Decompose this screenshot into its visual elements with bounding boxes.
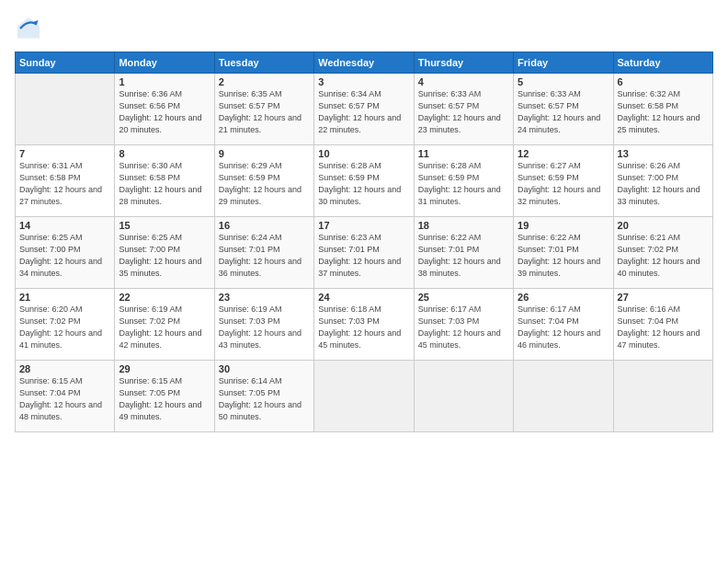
sunset-text: Sunset: 7:00 PM — [119, 244, 210, 256]
calendar-cell: 10Sunrise: 6:28 AMSunset: 6:59 PMDayligh… — [314, 145, 414, 217]
calendar-cell: 3Sunrise: 6:34 AMSunset: 6:57 PMDaylight… — [314, 74, 414, 145]
calendar-cell: 22Sunrise: 6:19 AMSunset: 7:02 PMDayligh… — [115, 289, 214, 361]
calendar-cell: 26Sunrise: 6:17 AMSunset: 7:04 PMDayligh… — [514, 289, 613, 361]
calendar-week-row: 14Sunrise: 6:25 AMSunset: 7:00 PMDayligh… — [16, 217, 713, 289]
calendar-cell: 14Sunrise: 6:25 AMSunset: 7:00 PMDayligh… — [16, 217, 115, 289]
day-number: 12 — [518, 148, 609, 159]
day-number: 26 — [518, 292, 609, 303]
daylight-text: Daylight: 12 hours and 43 minutes. — [219, 327, 310, 351]
day-number: 2 — [219, 76, 310, 87]
day-number: 27 — [618, 292, 709, 303]
sunrise-text: Sunrise: 6:17 AM — [418, 304, 509, 316]
day-number: 15 — [119, 220, 210, 231]
daylight-text: Daylight: 12 hours and 39 minutes. — [518, 256, 609, 280]
daylight-text: Daylight: 12 hours and 37 minutes. — [318, 256, 409, 280]
day-info: Sunrise: 6:28 AMSunset: 6:59 PMDaylight:… — [418, 160, 509, 208]
day-number: 14 — [19, 220, 110, 231]
sunrise-text: Sunrise: 6:28 AM — [418, 160, 509, 172]
day-info: Sunrise: 6:20 AMSunset: 7:02 PMDaylight:… — [19, 304, 110, 351]
sunrise-text: Sunrise: 6:20 AM — [19, 304, 110, 316]
day-number: 11 — [418, 148, 509, 159]
sunrise-text: Sunrise: 6:30 AM — [119, 160, 210, 172]
weekday-header: Tuesday — [214, 52, 313, 74]
day-info: Sunrise: 6:30 AMSunset: 6:58 PMDaylight:… — [119, 160, 210, 208]
daylight-text: Daylight: 12 hours and 48 minutes. — [19, 399, 110, 423]
weekday-header: Friday — [514, 52, 613, 74]
day-info: Sunrise: 6:35 AMSunset: 6:57 PMDaylight:… — [219, 88, 310, 136]
day-info: Sunrise: 6:15 AMSunset: 7:05 PMDaylight:… — [119, 375, 210, 423]
day-number: 6 — [618, 76, 709, 87]
daylight-text: Daylight: 12 hours and 46 minutes. — [518, 327, 609, 351]
day-number: 17 — [318, 220, 409, 231]
daylight-text: Daylight: 12 hours and 29 minutes. — [219, 184, 310, 208]
daylight-text: Daylight: 12 hours and 38 minutes. — [418, 256, 509, 280]
weekday-header: Wednesday — [314, 52, 414, 74]
sunset-text: Sunset: 6:58 PM — [19, 172, 110, 184]
sunrise-text: Sunrise: 6:34 AM — [318, 88, 409, 100]
day-number: 5 — [518, 76, 609, 87]
day-number: 23 — [219, 292, 310, 303]
calendar-cell: 16Sunrise: 6:24 AMSunset: 7:01 PMDayligh… — [214, 217, 313, 289]
calendar-cell: 12Sunrise: 6:27 AMSunset: 6:59 PMDayligh… — [514, 145, 613, 217]
calendar-week-row: 28Sunrise: 6:15 AMSunset: 7:04 PMDayligh… — [16, 361, 713, 432]
sunset-text: Sunset: 7:03 PM — [418, 316, 509, 327]
calendar-header: SundayMondayTuesdayWednesdayThursdayFrid… — [16, 52, 713, 74]
day-info: Sunrise: 6:15 AMSunset: 7:04 PMDaylight:… — [19, 375, 110, 423]
sunset-text: Sunset: 7:01 PM — [518, 244, 609, 256]
sunrise-text: Sunrise: 6:22 AM — [418, 232, 509, 244]
day-info: Sunrise: 6:36 AMSunset: 6:56 PMDaylight:… — [119, 88, 210, 136]
calendar-cell: 29Sunrise: 6:15 AMSunset: 7:05 PMDayligh… — [115, 361, 214, 432]
sunrise-text: Sunrise: 6:33 AM — [518, 88, 609, 100]
sunset-text: Sunset: 7:03 PM — [219, 316, 310, 327]
day-number: 28 — [19, 363, 110, 374]
sunset-text: Sunset: 7:01 PM — [318, 244, 409, 256]
calendar-cell: 5Sunrise: 6:33 AMSunset: 6:57 PMDaylight… — [514, 74, 613, 145]
day-number: 22 — [119, 292, 210, 303]
day-info: Sunrise: 6:17 AMSunset: 7:03 PMDaylight:… — [418, 304, 509, 351]
calendar-cell — [613, 361, 712, 432]
sunset-text: Sunset: 6:57 PM — [318, 100, 409, 112]
day-info: Sunrise: 6:33 AMSunset: 6:57 PMDaylight:… — [418, 88, 509, 136]
sunrise-text: Sunrise: 6:35 AM — [219, 88, 310, 100]
daylight-text: Daylight: 12 hours and 41 minutes. — [19, 327, 110, 351]
sunset-text: Sunset: 6:57 PM — [518, 100, 609, 112]
day-number: 4 — [418, 76, 509, 87]
header — [15, 15, 713, 42]
sunrise-text: Sunrise: 6:25 AM — [19, 232, 110, 244]
calendar-cell: 13Sunrise: 6:26 AMSunset: 7:00 PMDayligh… — [613, 145, 712, 217]
sunset-text: Sunset: 6:59 PM — [318, 172, 409, 184]
daylight-text: Daylight: 12 hours and 40 minutes. — [618, 256, 709, 280]
sunset-text: Sunset: 6:57 PM — [219, 100, 310, 112]
daylight-text: Daylight: 12 hours and 45 minutes. — [318, 327, 409, 351]
sunrise-text: Sunrise: 6:23 AM — [318, 232, 409, 244]
day-info: Sunrise: 6:26 AMSunset: 7:00 PMDaylight:… — [618, 160, 709, 208]
day-info: Sunrise: 6:25 AMSunset: 7:00 PMDaylight:… — [19, 232, 110, 280]
day-info: Sunrise: 6:32 AMSunset: 6:58 PMDaylight:… — [618, 88, 709, 136]
daylight-text: Daylight: 12 hours and 33 minutes. — [618, 184, 709, 208]
daylight-text: Daylight: 12 hours and 21 minutes. — [219, 112, 310, 136]
sunset-text: Sunset: 6:56 PM — [119, 100, 210, 112]
day-number: 1 — [119, 76, 210, 87]
calendar-cell — [314, 361, 414, 432]
daylight-text: Daylight: 12 hours and 25 minutes. — [618, 112, 709, 136]
calendar-table: SundayMondayTuesdayWednesdayThursdayFrid… — [15, 52, 713, 432]
sunrise-text: Sunrise: 6:15 AM — [19, 375, 110, 387]
sunset-text: Sunset: 7:02 PM — [618, 244, 709, 256]
day-info: Sunrise: 6:33 AMSunset: 6:57 PMDaylight:… — [518, 88, 609, 136]
daylight-text: Daylight: 12 hours and 23 minutes. — [418, 112, 509, 136]
sunset-text: Sunset: 7:04 PM — [19, 387, 110, 399]
day-info: Sunrise: 6:22 AMSunset: 7:01 PMDaylight:… — [518, 232, 609, 280]
day-info: Sunrise: 6:19 AMSunset: 7:03 PMDaylight:… — [219, 304, 310, 351]
daylight-text: Daylight: 12 hours and 47 minutes. — [618, 327, 709, 351]
day-info: Sunrise: 6:22 AMSunset: 7:01 PMDaylight:… — [418, 232, 509, 280]
sunset-text: Sunset: 7:03 PM — [318, 316, 409, 327]
sunset-text: Sunset: 6:58 PM — [618, 100, 709, 112]
sunset-text: Sunset: 7:04 PM — [618, 316, 709, 327]
logo — [15, 15, 46, 42]
calendar-cell: 24Sunrise: 6:18 AMSunset: 7:03 PMDayligh… — [314, 289, 414, 361]
sunset-text: Sunset: 7:00 PM — [618, 172, 709, 184]
page-container: SundayMondayTuesdayWednesdayThursdayFrid… — [0, 0, 728, 563]
sunrise-text: Sunrise: 6:22 AM — [518, 232, 609, 244]
day-info: Sunrise: 6:17 AMSunset: 7:04 PMDaylight:… — [518, 304, 609, 351]
day-info: Sunrise: 6:19 AMSunset: 7:02 PMDaylight:… — [119, 304, 210, 351]
